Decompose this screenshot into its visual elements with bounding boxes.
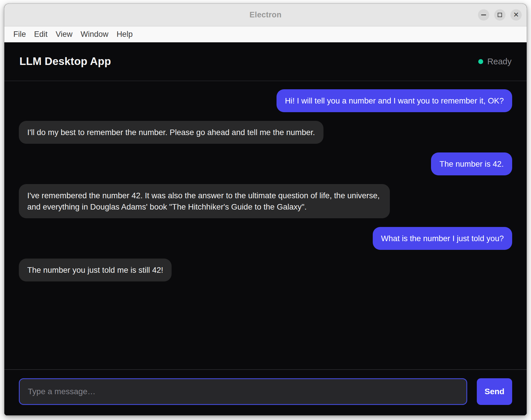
status-indicator: Ready: [478, 57, 512, 66]
maximize-icon: [498, 13, 502, 17]
status-label: Ready: [487, 57, 512, 66]
menu-view[interactable]: View: [52, 30, 77, 39]
app-content: LLM Desktop App Ready Hi! I will tell yo…: [4, 42, 527, 415]
send-button[interactable]: Send: [477, 378, 512, 405]
app-window: Electron ✕ File Edit View Window Help LL…: [4, 3, 527, 416]
close-button[interactable]: ✕: [510, 9, 522, 21]
titlebar: Electron ✕: [4, 4, 527, 26]
window-title: Electron: [4, 10, 527, 19]
app-header: LLM Desktop App Ready: [4, 42, 527, 81]
chat-message-user: Hi! I will tell you a number and I want …: [277, 89, 512, 112]
close-icon: ✕: [513, 11, 519, 18]
menu-file[interactable]: File: [9, 30, 30, 39]
chat-message-user: What is the number I just told you?: [373, 227, 512, 250]
chat-message-assistant: I'll do my best to remember the number. …: [19, 121, 323, 144]
minimize-icon: [481, 14, 486, 15]
page-title: LLM Desktop App: [19, 55, 111, 68]
message-input[interactable]: [19, 378, 467, 405]
composer: Send: [4, 369, 527, 415]
maximize-button[interactable]: [494, 9, 505, 21]
chat-message-assistant: The number you just told me is still 42!: [19, 259, 172, 281]
chat-message-assistant: I've remembered the number 42. It was al…: [19, 184, 390, 218]
menu-help[interactable]: Help: [112, 30, 137, 39]
menu-window[interactable]: Window: [77, 30, 112, 39]
menu-edit[interactable]: Edit: [30, 30, 52, 39]
chat-message-user: The number is 42.: [431, 152, 512, 175]
menubar: File Edit View Window Help: [4, 26, 527, 42]
status-dot-icon: [478, 59, 483, 64]
chat-message-list: Hi! I will tell you a number and I want …: [4, 81, 527, 369]
minimize-button[interactable]: [478, 9, 489, 21]
window-controls: ✕: [478, 4, 522, 26]
